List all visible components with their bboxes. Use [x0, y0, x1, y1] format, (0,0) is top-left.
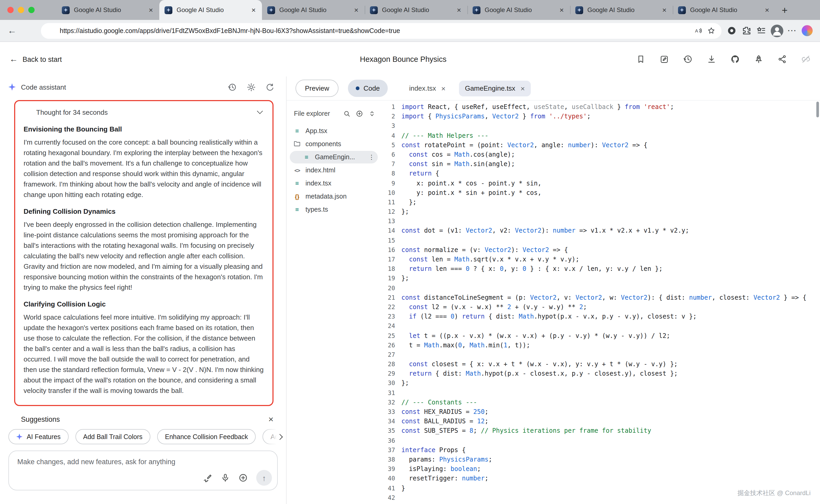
svg-text:A: A	[695, 28, 698, 34]
suggestion-chip[interactable]: Add Ball Trail Colors	[75, 429, 150, 444]
line-number: 29	[381, 369, 401, 379]
assistant-history-icon[interactable]	[228, 83, 237, 91]
copilot-icon[interactable]	[802, 25, 813, 36]
close-window-button[interactable]	[7, 7, 14, 13]
browser-tab[interactable]: Google AI Studio ×	[159, 0, 262, 20]
browser-tab[interactable]: Google AI Studio ×	[57, 0, 159, 20]
mic-icon[interactable]	[221, 473, 230, 483]
profile-avatar[interactable]	[770, 24, 783, 37]
file-item[interactable]: {}metadata.json	[290, 190, 378, 203]
thought-toggle[interactable]: Thought for 34 seconds	[24, 106, 264, 118]
close-suggestions-icon[interactable]: ×	[268, 415, 274, 424]
rename-app-icon[interactable]	[452, 55, 460, 63]
new-tab-button[interactable]: +	[782, 5, 788, 15]
line-number: 16	[381, 245, 401, 255]
favorites-bar-icon[interactable]	[756, 26, 766, 36]
code-button[interactable]: Code	[348, 80, 388, 97]
tab-close-icon[interactable]: ×	[557, 6, 566, 14]
editor-scrollbar[interactable]	[816, 102, 819, 117]
close-tab-icon[interactable]: ×	[521, 85, 525, 92]
editor-tab[interactable]: index.tsx×	[403, 80, 451, 96]
line-number: 13	[381, 217, 401, 226]
file-menu-icon[interactable]: ⋮	[368, 154, 378, 161]
line-number: 21	[381, 293, 401, 302]
favorite-star-icon[interactable]	[707, 27, 715, 35]
new-file-icon[interactable]	[356, 110, 363, 117]
browser-extensions-icon[interactable]	[741, 26, 751, 36]
back-icon[interactable]: ←	[5, 24, 19, 37]
file-item[interactable]: ≡App.tsx	[290, 125, 378, 137]
suggestion-chip[interactable]: Enhance Collision Feedback	[157, 429, 256, 444]
github-icon[interactable]	[730, 54, 740, 64]
code-line: 12};	[381, 207, 820, 216]
code-line: 37interface Props {	[381, 445, 820, 455]
browser-tab[interactable]: Google AI Studio ×	[365, 0, 467, 20]
code-line: 33const HEX_RADIUS = 250;	[381, 407, 820, 417]
chip-label: Enhance Collision Feedback	[165, 433, 248, 440]
app-title-group: Hexagon Bounce Physics	[360, 55, 460, 63]
editor-settings-icon[interactable]	[802, 84, 812, 93]
zoom-window-button[interactable]	[28, 7, 35, 13]
prompt-input[interactable]: Make changes, add new features, ask for …	[8, 451, 278, 490]
tab-title: Google AI Studio	[382, 6, 451, 14]
draw-icon[interactable]	[203, 473, 212, 483]
lock-icon[interactable]	[47, 27, 55, 35]
tab-close-icon[interactable]: ×	[763, 6, 771, 14]
tab-close-icon[interactable]: ×	[455, 6, 463, 14]
minimize-window-button[interactable]	[18, 7, 24, 13]
line-number: 30	[381, 379, 401, 388]
browser-menu-icon[interactable]: ···	[788, 27, 797, 34]
address-bar[interactable]: https://aistudio.google.com/apps/drive/1…	[41, 23, 721, 39]
edit-app-icon[interactable]	[660, 54, 669, 64]
code-line: 24	[381, 321, 820, 331]
chips-scroll-right-button[interactable]	[265, 429, 287, 444]
code-line: 30};	[381, 379, 820, 388]
browser-tab[interactable]: Google AI Studio ×	[570, 0, 673, 20]
collapse-files-icon[interactable]	[368, 110, 376, 117]
tab-close-icon[interactable]: ×	[147, 6, 155, 14]
file-item[interactable]: ≡GameEngin...⋮	[290, 151, 378, 163]
close-tab-icon[interactable]: ×	[441, 85, 445, 92]
file-item[interactable]: components	[290, 138, 378, 150]
browser-tab[interactable]: Google AI Studio ×	[467, 0, 570, 20]
editor-tab[interactable]: GameEngine.tsx×	[459, 80, 531, 96]
tab-overview-icon[interactable]	[43, 6, 52, 14]
browser-tab[interactable]: Google AI Studio ×	[262, 0, 365, 20]
save-icon[interactable]	[636, 54, 646, 64]
version-history-icon[interactable]	[683, 54, 693, 64]
deploy-icon[interactable]	[754, 54, 763, 64]
file-item[interactable]: ≡types.ts	[290, 203, 378, 216]
share-icon[interactable]	[778, 54, 787, 64]
file-search-icon[interactable]	[343, 110, 351, 117]
lightbulb-icon	[24, 108, 31, 116]
browser-tab[interactable]: Google AI Studio ×	[673, 0, 775, 20]
assistant-settings-icon[interactable]	[247, 83, 256, 91]
assistant-header: Code assistant	[0, 76, 286, 97]
tab-close-icon[interactable]: ×	[352, 6, 360, 14]
browser-tab-strip: Google AI Studio × Google AI Studio × Go…	[0, 0, 820, 20]
read-aloud-icon[interactable]: A	[694, 27, 702, 35]
code-line: 7 const sin = Math.sin(angle);	[381, 159, 820, 169]
preview-button[interactable]: Preview	[296, 80, 339, 97]
download-icon[interactable]	[707, 54, 716, 64]
tab-close-icon[interactable]: ×	[660, 6, 669, 14]
file-explorer: File explorer ≡App.tsxcomponents≡GameEng…	[287, 101, 381, 504]
extension-icon[interactable]	[726, 26, 736, 36]
refresh-icon[interactable]	[22, 24, 36, 37]
suggestion-chip[interactable]: AI Features	[8, 429, 68, 444]
file-item[interactable]: <>index.html	[290, 164, 378, 177]
code-line: 32// --- Constants ---	[381, 398, 820, 407]
line-number: 35	[381, 426, 401, 436]
file-explorer-title: File explorer	[294, 110, 338, 117]
tab-close-icon[interactable]: ×	[249, 6, 258, 14]
send-button[interactable]: ↑	[256, 470, 272, 486]
back-to-start-button[interactable]: ← Back to start	[9, 55, 62, 63]
code-line: 2import { PhysicsParams, Vector2 } from …	[381, 112, 820, 121]
site-favicon-icon	[370, 6, 378, 14]
code-editor[interactable]: 1import React, { useRef, useEffect, useS…	[381, 101, 820, 504]
assistant-refresh-icon[interactable]	[266, 83, 275, 91]
back-arrow-icon: ←	[9, 55, 18, 63]
file-item[interactable]: ≡index.tsx	[290, 177, 378, 190]
code-file-icon: ≡	[293, 128, 301, 134]
add-attachment-icon[interactable]	[238, 473, 248, 483]
